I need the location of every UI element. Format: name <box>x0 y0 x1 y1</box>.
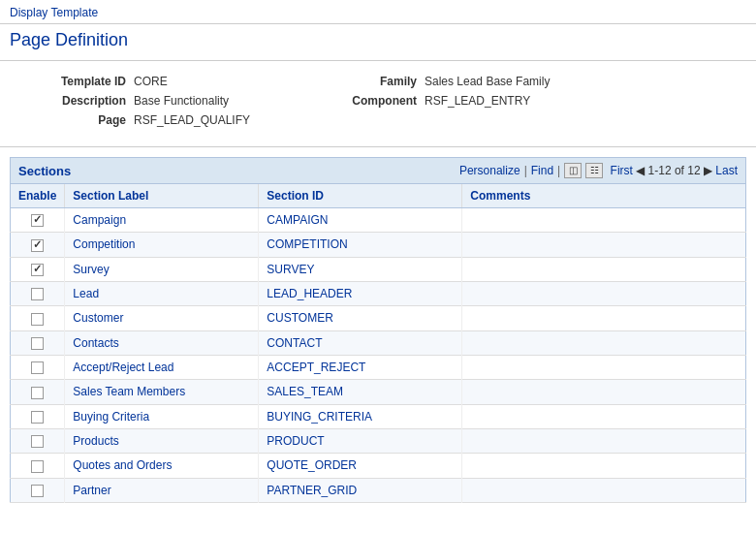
table-row: Buying CriteriaBUYING_CRITERIA <box>11 404 746 428</box>
section-label-cell: Buying Criteria <box>65 404 259 428</box>
section-id-value: CONTACT <box>267 336 322 350</box>
section-id-cell: SALES_TEAM <box>259 380 462 404</box>
section-id-cell: CUSTOMER <box>259 306 462 330</box>
view-icon-1[interactable]: ◫ <box>564 163 582 178</box>
section-label-link[interactable]: Campaign <box>73 213 126 227</box>
checkbox-unchecked[interactable] <box>31 288 44 300</box>
enable-cell[interactable] <box>11 208 65 233</box>
section-label-link[interactable]: Sales Team Members <box>73 385 185 398</box>
enable-cell[interactable] <box>11 306 65 330</box>
info-row-1: Template ID CORE Family Sales Lead Base … <box>29 75 727 88</box>
col-header-label: Section Label <box>65 184 259 208</box>
col-header-id: Section ID <box>259 184 462 208</box>
prev-arrow[interactable]: ◀ <box>636 164 645 177</box>
section-comments-cell <box>462 404 746 428</box>
section-label-cell: Competition <box>65 233 259 257</box>
section-label-link[interactable]: Lead <box>73 287 99 300</box>
section-comments-cell <box>462 233 746 257</box>
section-id-value: SALES_TEAM <box>267 385 343 398</box>
page-pair: Page RSF_LEAD_QUALIFY <box>29 113 320 127</box>
checkbox-unchecked[interactable] <box>31 485 44 497</box>
sections-title: Sections <box>18 164 71 178</box>
table-row: ContactsCONTACT <box>11 330 746 355</box>
section-label-cell: Contacts <box>65 330 259 355</box>
section-label-link[interactable]: Competition <box>73 237 135 251</box>
family-pair: Family Sales Lead Base Family <box>320 75 611 88</box>
table-row: ProductsPRODUCT <box>11 428 746 453</box>
checkbox-unchecked[interactable] <box>31 435 44 448</box>
table-row: CompetitionCOMPETITION <box>11 233 746 257</box>
section-id-cell: CAMPAIGN <box>259 208 462 233</box>
enable-cell[interactable] <box>11 233 65 257</box>
checkbox-unchecked[interactable] <box>31 460 44 473</box>
enable-cell[interactable] <box>11 478 65 502</box>
section-label-link[interactable]: Partner <box>73 484 110 497</box>
next-arrow[interactable]: ▶ <box>704 164 712 177</box>
section-label-cell: Partner <box>65 478 259 502</box>
section-comments-cell <box>462 330 746 355</box>
col-header-enable: Enable <box>11 184 65 208</box>
component-pair: Component RSF_LEAD_ENTRY <box>320 94 611 108</box>
checkbox-unchecked[interactable] <box>31 387 44 399</box>
checkbox-unchecked[interactable] <box>31 337 44 350</box>
section-id-value: ACCEPT_REJECT <box>267 361 365 374</box>
section-id-value: LEAD_HEADER <box>267 287 352 300</box>
enable-cell[interactable] <box>11 404 65 428</box>
section-id-cell: ACCEPT_REJECT <box>259 355 462 379</box>
section-id-value: PARTNER_GRID <box>267 484 357 497</box>
col-header-comments: Comments <box>462 184 746 208</box>
template-id-pair: Template ID CORE <box>29 75 320 88</box>
enable-cell[interactable] <box>11 330 65 355</box>
section-label-link[interactable]: Quotes and Orders <box>73 458 172 472</box>
component-label: Component <box>320 94 417 108</box>
checkbox-checked[interactable] <box>31 264 44 276</box>
section-id-cell: QUOTE_ORDER <box>259 454 462 478</box>
checkbox-unchecked[interactable] <box>31 411 44 424</box>
view-icon-2[interactable]: ☷ <box>585 163 603 178</box>
section-label-link[interactable]: Products <box>73 434 118 448</box>
section-id-value: PRODUCT <box>267 434 324 448</box>
checkbox-checked[interactable] <box>31 214 44 227</box>
section-label-link[interactable]: Contacts <box>73 336 118 350</box>
breadcrumb-link[interactable]: Display Template <box>10 6 98 19</box>
section-id-cell: CONTACT <box>259 330 462 355</box>
checkbox-checked[interactable] <box>31 239 44 252</box>
enable-cell[interactable] <box>11 257 65 281</box>
section-label-cell: Campaign <box>65 208 259 233</box>
info-block: Template ID CORE Family Sales Lead Base … <box>0 61 756 147</box>
checkbox-unchecked[interactable] <box>31 313 44 326</box>
enable-cell[interactable] <box>11 380 65 404</box>
section-label-cell: Sales Team Members <box>65 380 259 404</box>
table-row: CustomerCUSTOMER <box>11 306 746 330</box>
sections-table: Enable Section Label Section ID Comments… <box>10 184 746 503</box>
section-comments-cell <box>462 281 746 305</box>
section-label-link[interactable]: Customer <box>73 311 123 325</box>
checkbox-unchecked[interactable] <box>31 361 44 374</box>
table-row: CampaignCAMPAIGN <box>11 208 746 233</box>
table-row: LeadLEAD_HEADER <box>11 281 746 305</box>
last-link[interactable]: Last <box>715 164 738 177</box>
info-row-3: Page RSF_LEAD_QUALIFY <box>29 113 727 127</box>
section-label-link[interactable]: Buying Criteria <box>73 410 149 424</box>
family-value: Sales Lead Base Family <box>425 75 550 88</box>
description-pair: Description Base Functionality <box>29 94 320 108</box>
find-link[interactable]: Find <box>531 164 553 177</box>
separator-1: | <box>524 164 527 177</box>
section-label-link[interactable]: Survey <box>73 263 109 276</box>
first-link[interactable]: First <box>611 164 633 177</box>
enable-cell[interactable] <box>11 428 65 453</box>
sections-container: Sections Personalize | Find | ◫ ☷ First … <box>0 147 756 513</box>
enable-cell[interactable] <box>11 355 65 379</box>
personalize-link[interactable]: Personalize <box>459 164 520 177</box>
section-label-cell: Lead <box>65 281 259 305</box>
family-label: Family <box>320 75 417 88</box>
section-comments-cell <box>462 257 746 281</box>
section-comments-cell <box>462 355 746 379</box>
page-title-section: Page Definition <box>0 24 756 61</box>
section-label-cell: Accept/Reject Lead <box>65 355 259 379</box>
section-label-link[interactable]: Accept/Reject Lead <box>73 361 173 374</box>
table-row: SurveySURVEY <box>11 257 746 281</box>
enable-cell[interactable] <box>11 281 65 305</box>
table-row: PartnerPARTNER_GRID <box>11 478 746 502</box>
enable-cell[interactable] <box>11 454 65 478</box>
